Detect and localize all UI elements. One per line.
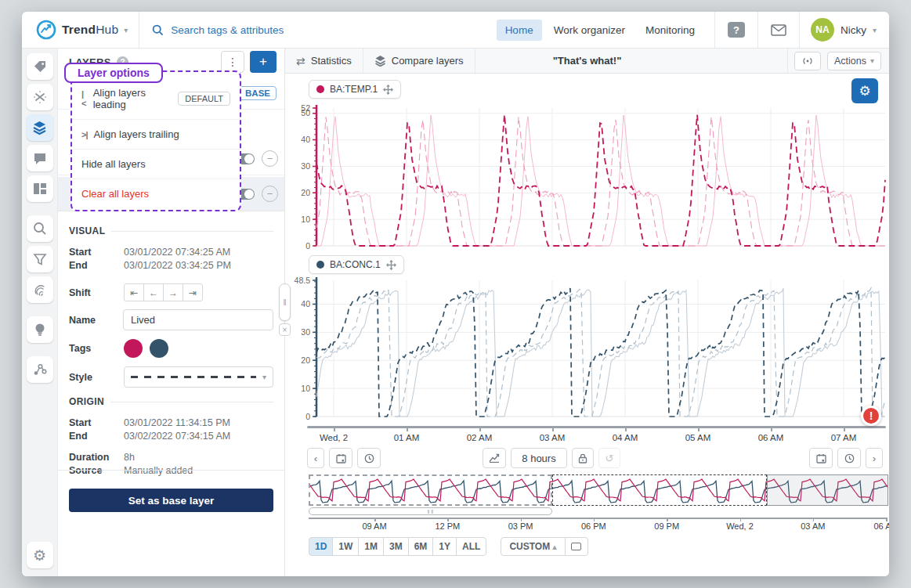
align-trailing-icon: >| — [81, 130, 88, 139]
rail-tags[interactable] — [27, 53, 53, 80]
user-name: Nicky — [841, 24, 866, 36]
rail-formulas[interactable] — [27, 84, 53, 110]
overview-axis-label: 12 PM — [420, 521, 475, 531]
dashboard-icon — [33, 182, 47, 195]
rail-dashboard[interactable] — [27, 175, 53, 202]
tags-label: Tags — [69, 343, 124, 354]
remove-layer-icon[interactable]: − — [262, 150, 278, 167]
svg-text:10: 10 — [301, 384, 310, 393]
range-1m[interactable]: 1M — [358, 537, 384, 556]
alert-badge[interactable]: ! — [861, 406, 881, 426]
rail-recommendations[interactable] — [27, 316, 53, 343]
start-calendar-button[interactable] — [329, 448, 352, 468]
nav-monitoring[interactable]: Monitoring — [637, 20, 703, 41]
lock-duration-button[interactable] — [572, 448, 594, 468]
rail-search[interactable] — [27, 215, 53, 242]
clock-icon — [364, 453, 374, 464]
overview-region-layer[interactable] — [552, 474, 767, 506]
remove-layer-icon[interactable]: − — [262, 186, 278, 202]
time-axis-label: 03 AM — [525, 433, 580, 442]
tag-color-temp[interactable] — [124, 339, 143, 358]
range-3m[interactable]: 3M — [383, 537, 409, 556]
origin-start-value: 03/01/2022 11:34:15 PM — [124, 417, 230, 430]
range-all[interactable]: ALL — [456, 537, 486, 556]
actions-button[interactable]: Actions ▾ — [827, 52, 881, 70]
help-button[interactable]: ? — [715, 12, 757, 48]
duration-label: Duration — [69, 451, 124, 464]
resize-grip[interactable]: ‖ — [279, 283, 291, 321]
reset-time-button[interactable]: ↺ — [598, 448, 620, 468]
range-6m[interactable]: 6M — [408, 537, 434, 556]
range-1d[interactable]: 1D — [309, 537, 333, 556]
autoscale-button[interactable] — [483, 448, 506, 468]
pan-right-button[interactable]: › — [866, 448, 883, 468]
menu-hide-all-layers[interactable]: Hide all layers — [72, 150, 240, 179]
overview-axis-label: 03 PM — [493, 521, 548, 531]
compare-layers-button[interactable]: Compare layers — [363, 49, 475, 73]
global-search[interactable] — [139, 24, 398, 36]
duration-display[interactable]: 8 hours — [511, 448, 567, 468]
time-axis-tick — [407, 427, 408, 431]
set-as-base-layer-button[interactable]: Set as base layer — [69, 489, 273, 512]
chart-toolbar: ⇄ Statistics Compare layers "That's what… — [285, 49, 889, 74]
rail-context[interactable] — [27, 356, 53, 383]
overview-scrollbar[interactable]: ‖ ‖ — [309, 507, 552, 515]
add-layer-button[interactable]: + — [250, 51, 277, 73]
rail-fingerprint[interactable] — [27, 276, 53, 303]
shift-far-left-button[interactable]: ⇤ — [124, 283, 144, 301]
nav-work-organizer[interactable]: Work organizer — [545, 20, 634, 41]
menu-clear-all-layers[interactable]: Clear all layers — [72, 179, 240, 208]
conc-chart[interactable]: 48.5403020100 — [285, 276, 888, 423]
line-style-select[interactable]: ▾ — [124, 366, 273, 388]
live-mode-button[interactable] — [794, 52, 821, 70]
fingerprint-icon — [33, 283, 47, 297]
overview-region-visible[interactable] — [767, 474, 888, 506]
rail-settings[interactable]: ⚙ — [27, 542, 53, 568]
menu-align-layers-trailing[interactable]: >| Align layers trailing — [72, 120, 240, 150]
layer-options-button[interactable]: ⋮ — [221, 51, 244, 73]
overview-axis-label: 06 PM — [566, 521, 621, 531]
user-menu[interactable]: NA Nicky ▾ — [800, 18, 889, 41]
svg-text:40: 40 — [301, 299, 310, 308]
nav-home[interactable]: Home — [497, 20, 542, 41]
start-time-button[interactable] — [357, 448, 381, 468]
time-axis: Wed, 201 AM02 AM03 AM04 AM05 AM06 AM07 A… — [285, 424, 889, 445]
custom-frame-button[interactable] — [565, 537, 588, 556]
tag-chip-conc[interactable]: BA:CONC.1 — [309, 255, 404, 274]
svg-text:0: 0 — [305, 412, 310, 421]
divider — [475, 49, 475, 73]
temp-chart[interactable]: 5250403020100 — [285, 102, 888, 252]
shift-left-button[interactable]: ← — [143, 283, 164, 301]
rail-layers[interactable] — [27, 114, 53, 141]
end-time-button[interactable] — [837, 448, 861, 468]
calendar-icon — [336, 453, 346, 464]
rail-comments[interactable] — [27, 145, 53, 171]
range-buttons-row: 1D 1W 1M 3M 6M 1Y ALL CUSTOM ▴ — [309, 537, 588, 556]
messages-button[interactable] — [758, 12, 799, 48]
tag-color-conc[interactable] — [150, 339, 168, 358]
statistics-button[interactable]: ⇄ Statistics — [285, 49, 363, 73]
mail-icon — [771, 24, 786, 36]
search-input[interactable] — [171, 24, 374, 36]
pan-left-button[interactable]: ‹ — [307, 448, 324, 468]
collapse-panel-icon[interactable]: × — [279, 323, 291, 336]
layer-name-input[interactable] — [123, 309, 273, 330]
custom-range-button[interactable]: CUSTOM ▴ — [501, 537, 565, 556]
menu-align-layers-leading[interactable]: |< Align layers leading DEFAULT — [72, 78, 240, 120]
time-axis-line[interactable] — [307, 426, 886, 428]
tag-chip-temp[interactable]: BA:TEMP.1 — [309, 80, 401, 99]
shift-right-button[interactable]: → — [163, 283, 183, 301]
svg-text:48.5: 48.5 — [295, 276, 311, 285]
brand-caret-icon[interactable]: ▾ — [124, 26, 128, 34]
range-1y[interactable]: 1Y — [432, 537, 457, 556]
rail-filter[interactable] — [27, 246, 53, 272]
overview-region-past[interactable] — [309, 474, 552, 506]
app-logo[interactable]: TrendHub ▾ — [22, 20, 139, 40]
source-label: Source — [69, 464, 124, 478]
end-calendar-button[interactable] — [809, 448, 833, 468]
shift-far-right-button[interactable]: ⇥ — [183, 283, 203, 301]
chart-settings-button[interactable]: ⚙ — [851, 78, 878, 103]
range-1w[interactable]: 1W — [332, 537, 359, 556]
time-axis-tick — [771, 427, 772, 431]
style-caret-icon: ▾ — [262, 373, 266, 381]
